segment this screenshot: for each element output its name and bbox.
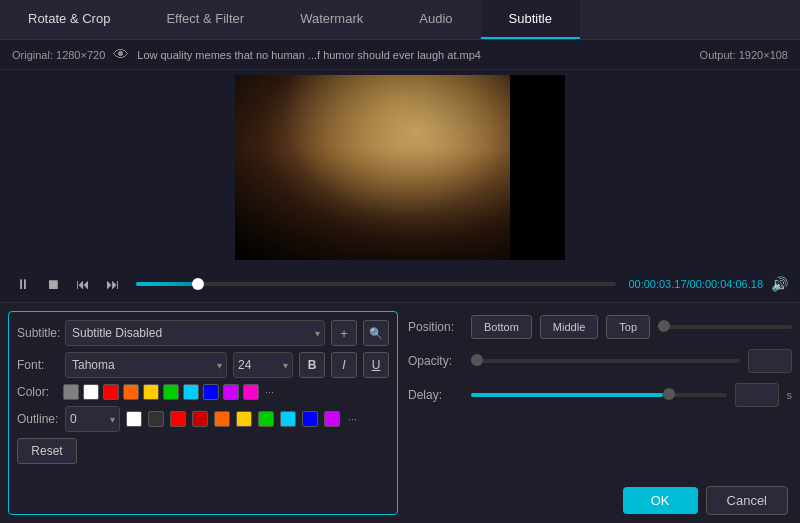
position-row: Position: Bottom Middle Top bbox=[408, 315, 792, 339]
progress-thumb[interactable] bbox=[192, 278, 204, 290]
position-top-button[interactable]: Top bbox=[606, 315, 650, 339]
color-swatch-5[interactable] bbox=[163, 384, 179, 400]
opacity-slider-thumb[interactable] bbox=[471, 354, 483, 366]
color-swatch-0[interactable] bbox=[63, 384, 79, 400]
outline-swatch-2[interactable] bbox=[170, 411, 186, 427]
outline-label: Outline: bbox=[17, 412, 59, 426]
prev-frame-button[interactable]: ⏮ bbox=[72, 274, 94, 294]
cancel-button[interactable]: Cancel bbox=[706, 486, 788, 515]
delay-fill bbox=[471, 393, 663, 397]
footer: OK Cancel bbox=[611, 478, 800, 523]
size-select[interactable]: 24 bbox=[233, 352, 293, 378]
color-swatch-6[interactable] bbox=[183, 384, 199, 400]
tab-watermark[interactable]: Watermark bbox=[272, 0, 391, 39]
color-swatch-1[interactable] bbox=[83, 384, 99, 400]
tab-effect[interactable]: Effect & Filter bbox=[138, 0, 272, 39]
position-bottom-button[interactable]: Bottom bbox=[471, 315, 532, 339]
outline-swatch-3[interactable] bbox=[192, 411, 208, 427]
info-bar: Original: 1280×720 👁 Low quality memes t… bbox=[0, 40, 800, 70]
color-swatch-4[interactable] bbox=[143, 384, 159, 400]
font-label: Font: bbox=[17, 358, 59, 372]
outline-select[interactable]: 0 bbox=[65, 406, 120, 432]
delay-row: Delay: 0,0 s bbox=[408, 383, 792, 407]
tab-subtitle[interactable]: Subtitle bbox=[481, 0, 580, 39]
volume-icon[interactable]: 🔊 bbox=[771, 276, 788, 292]
outline-swatch-4[interactable] bbox=[214, 411, 230, 427]
outline-swatch-5[interactable] bbox=[236, 411, 252, 427]
subtitle-label: Subtitle: bbox=[17, 326, 59, 340]
bold-button[interactable]: B bbox=[299, 352, 325, 378]
subtitle-select-wrapper: Subtitle Disabled bbox=[65, 320, 325, 346]
delay-unit: s bbox=[787, 389, 793, 401]
font-select-wrapper: Tahoma bbox=[65, 352, 227, 378]
subtitle-row: Subtitle: Subtitle Disabled + 🔍 bbox=[17, 320, 389, 346]
outline-swatch-1[interactable] bbox=[148, 411, 164, 427]
reset-button[interactable]: Reset bbox=[17, 438, 77, 464]
color-row: Color: ··· bbox=[17, 384, 389, 400]
stop-button[interactable]: ⏹ bbox=[42, 274, 64, 294]
subtitle-select[interactable]: Subtitle Disabled bbox=[65, 320, 325, 346]
ok-button[interactable]: OK bbox=[623, 487, 698, 514]
info-left: Original: 1280×720 👁 Low quality memes t… bbox=[12, 46, 481, 64]
delay-label: Delay: bbox=[408, 388, 463, 402]
outline-select-wrapper: 0 bbox=[65, 406, 120, 432]
eye-icon[interactable]: 👁 bbox=[113, 46, 129, 64]
color-label: Color: bbox=[17, 385, 59, 399]
outline-swatch-9[interactable] bbox=[324, 411, 340, 427]
search-icon: 🔍 bbox=[369, 327, 383, 340]
reset-row: Reset bbox=[17, 438, 389, 464]
color-swatch-8[interactable] bbox=[223, 384, 239, 400]
opacity-input[interactable]: 0 bbox=[748, 349, 792, 373]
black-bar-right bbox=[510, 75, 565, 260]
progress-fill bbox=[136, 282, 198, 286]
font-select[interactable]: Tahoma bbox=[65, 352, 227, 378]
search-subtitle-button[interactable]: 🔍 bbox=[363, 320, 389, 346]
video-thumbnail bbox=[235, 75, 565, 260]
italic-button[interactable]: I bbox=[331, 352, 357, 378]
color-swatch-3[interactable] bbox=[123, 384, 139, 400]
position-slider[interactable] bbox=[658, 325, 792, 329]
opacity-slider[interactable] bbox=[471, 359, 740, 363]
subtitle-settings-panel: Subtitle: Subtitle Disabled + 🔍 Font: Ta… bbox=[8, 311, 398, 515]
outline-swatch-8[interactable] bbox=[302, 411, 318, 427]
position-label: Position: bbox=[408, 320, 463, 334]
more-outline-colors-button[interactable]: ··· bbox=[348, 413, 357, 425]
more-colors-button[interactable]: ··· bbox=[265, 386, 274, 398]
pause-button[interactable]: ⏸ bbox=[12, 274, 34, 294]
opacity-row: Opacity: 0 bbox=[408, 349, 792, 373]
delay-slider[interactable] bbox=[471, 393, 727, 397]
outline-swatch-6[interactable] bbox=[258, 411, 274, 427]
outline-swatch-7[interactable] bbox=[280, 411, 296, 427]
position-middle-button[interactable]: Middle bbox=[540, 315, 598, 339]
color-swatch-7[interactable] bbox=[203, 384, 219, 400]
output-resolution: Output: 1920×108 bbox=[700, 49, 788, 61]
filename: Low quality memes that no human ...f hum… bbox=[137, 49, 481, 61]
color-swatch-9[interactable] bbox=[243, 384, 259, 400]
delay-input[interactable]: 0,0 bbox=[735, 383, 779, 407]
original-resolution: Original: 1280×720 bbox=[12, 49, 105, 61]
progress-track[interactable] bbox=[136, 282, 616, 286]
size-select-wrapper: 24 bbox=[233, 352, 293, 378]
tab-rotate[interactable]: Rotate & Crop bbox=[0, 0, 138, 39]
outline-swatch-0[interactable] bbox=[126, 411, 142, 427]
video-area bbox=[0, 70, 800, 265]
underline-button[interactable]: U bbox=[363, 352, 389, 378]
tab-audio[interactable]: Audio bbox=[391, 0, 480, 39]
next-frame-button[interactable]: ⏭ bbox=[102, 274, 124, 294]
font-row: Font: Tahoma 24 B I U bbox=[17, 352, 389, 378]
playback-bar: ⏸ ⏹ ⏮ ⏭ 00:00:03.17/00:00:04:06.18 🔊 bbox=[0, 265, 800, 303]
tab-bar: Rotate & Crop Effect & Filter Watermark … bbox=[0, 0, 800, 40]
outline-row: Outline: 0 ··· bbox=[17, 406, 389, 432]
position-slider-thumb[interactable] bbox=[658, 320, 670, 332]
color-swatch-2[interactable] bbox=[103, 384, 119, 400]
time-display: 00:00:03.17/00:00:04:06.18 bbox=[628, 278, 763, 290]
add-subtitle-button[interactable]: + bbox=[331, 320, 357, 346]
delay-slider-thumb[interactable] bbox=[663, 388, 675, 400]
opacity-label: Opacity: bbox=[408, 354, 463, 368]
